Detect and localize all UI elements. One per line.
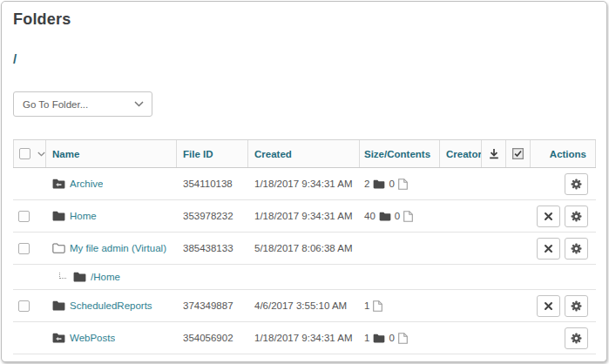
table-row: /Home [13,265,596,290]
row-name-cell: Archive [46,179,177,189]
gear-icon [571,179,582,190]
folder-name-link[interactable]: Home [70,211,97,221]
folder-icon [52,211,65,221]
checked-checkbox-icon [512,148,524,159]
close-icon [544,244,553,253]
row-name-cell: My file admin (Virtual) [46,243,177,253]
folder-name-link[interactable]: My file admin (Virtual) [70,243,166,253]
row-select-cell [13,300,46,312]
row-name-cell: WebPosts [46,333,177,343]
folders-page: Folders / Go To Folder... Name File ID C… [1,1,607,362]
row-name-cell: ScheduledReports [46,300,177,311]
file-count-group: 1 [364,300,382,312]
gear-icon [571,243,582,254]
row-select-cell [13,272,46,283]
table-row: Archive 354110138 1/18/2017 9:34:31 AM 2… [13,168,596,200]
table-body: Archive 354110138 1/18/2017 9:34:31 AM 2… [13,168,596,354]
settings-button[interactable] [565,206,588,227]
table-row: ScheduledReports 374349887 4/6/2017 3:55… [13,290,596,322]
table-header-row: Name File ID Created Size/Contents Creat… [13,139,596,168]
archive-folder-icon [52,179,65,189]
folder-count: 2 [364,179,369,189]
file-count-group: 0 [389,333,407,344]
row-select-cell [13,333,46,344]
go-to-folder-select[interactable]: Go To Folder... [13,91,152,117]
created-cell: 1/18/2017 9:34:31 AM [248,211,360,221]
folder-icon [373,334,385,343]
column-header-actions: Actions [531,140,596,167]
created-cell: 1/18/2017 9:34:31 AM [248,179,360,189]
folder-name-link[interactable]: ScheduledReports [70,300,152,311]
folder-name-link[interactable]: /Home [91,272,120,282]
file-count-group: 0 [389,179,407,190]
delete-button[interactable] [537,238,560,260]
file-count-group: 0 [395,211,413,222]
settings-button[interactable] [565,238,588,260]
folder-icon [373,179,385,189]
size-contents-cell: 1 0 [360,333,440,344]
folder-icon [379,212,391,221]
created-cell: 4/6/2017 3:55:10 AM [248,300,360,311]
breadcrumb[interactable]: / [13,51,595,66]
size-contents-cell: 2 0 [360,179,440,190]
column-header-download[interactable] [482,140,506,167]
row-checkbox[interactable] [18,243,30,254]
table-row: WebPosts 354056902 1/18/2017 9:34:31 AM … [13,322,596,354]
header-select-all-cell [13,140,46,167]
file-icon [403,211,413,222]
size-contents-cell: 1 [360,300,440,312]
file-id-cell: 385438133 [177,243,248,253]
tree-connector-icon [59,272,66,279]
gear-icon [571,300,582,312]
gear-icon [571,333,582,344]
file-id-cell: 354056902 [177,333,248,343]
row-select-cell [13,179,46,190]
file-id-cell: 353978232 [177,211,248,221]
folder-count-group: 1 [364,333,385,343]
folder-count: 40 [364,211,376,221]
created-cell: 1/18/2017 9:34:31 AM [248,333,360,343]
column-header-size-contents[interactable]: Size/Contents [360,140,440,167]
file-count: 0 [395,211,400,221]
column-header-checked[interactable] [506,140,531,167]
table-row: Home 353978232 1/18/2017 9:34:31 AM 40 0 [13,200,596,233]
file-id-cell: 354110138 [177,179,248,189]
download-icon [489,148,499,160]
row-select-cell [13,211,46,222]
row-checkbox[interactable] [18,300,30,312]
row-name-cell: /Home [46,272,177,282]
column-header-creator[interactable]: Creator [440,140,482,167]
actions-cell [531,327,596,349]
column-header-created[interactable]: Created [248,140,360,167]
file-icon [398,179,408,190]
table-row: My file admin (Virtual) 385438133 5/18/2… [13,233,596,265]
folder-name-link[interactable]: Archive [70,179,103,189]
go-to-folder-placeholder: Go To Folder... [23,99,88,110]
folder-count-group: 40 [364,211,391,221]
folder-count: 1 [364,333,369,343]
chevron-down-icon[interactable] [37,152,45,157]
column-header-name[interactable]: Name [46,140,177,167]
virtual-folder-icon [52,243,65,253]
row-name-cell: Home [46,211,177,221]
folder-name-link[interactable]: WebPosts [70,333,115,343]
select-all-checkbox[interactable] [19,148,30,159]
chevron-down-icon [134,101,144,107]
file-icon [398,333,408,344]
file-count: 1 [364,300,369,311]
folder-icon [73,272,86,282]
settings-button[interactable] [565,327,588,349]
settings-button[interactable] [565,173,588,195]
archive-folder-icon [52,333,65,343]
actions-cell [531,238,596,260]
folders-table: Name File ID Created Size/Contents Creat… [13,139,596,354]
delete-button[interactable] [537,295,560,317]
column-header-file-id[interactable]: File ID [177,140,248,167]
delete-button[interactable] [537,206,560,227]
close-icon [544,212,553,221]
actions-cell [531,295,596,317]
file-icon [373,300,382,312]
settings-button[interactable] [565,295,588,317]
row-checkbox[interactable] [18,211,30,222]
file-id-cell: 374349887 [177,300,248,311]
